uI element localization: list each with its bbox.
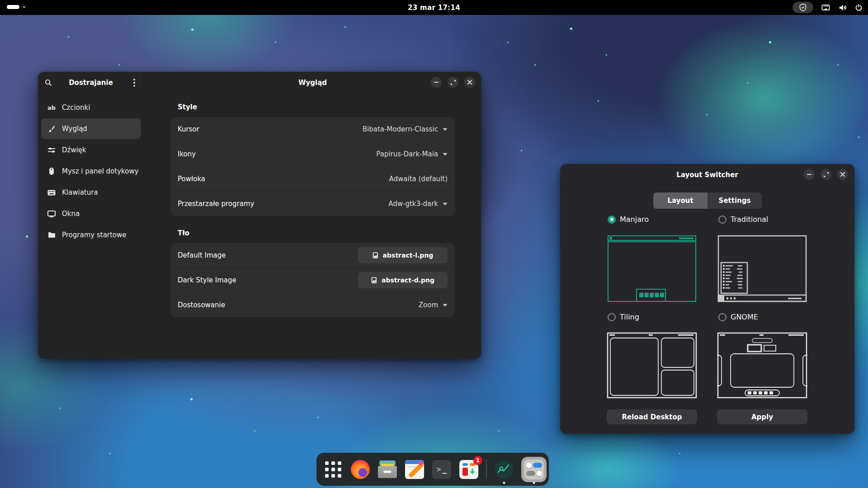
radio-button[interactable] xyxy=(718,216,726,224)
tweaks-app-title: Dostrajanie xyxy=(38,72,144,93)
firefox-icon xyxy=(351,460,370,479)
appearance-icon xyxy=(47,125,56,133)
dock-item-system-monitor[interactable] xyxy=(494,453,514,486)
adjustment-row[interactable]: Dostosowanie Zoom xyxy=(170,292,455,317)
adjustment-dropdown[interactable]: Zoom xyxy=(419,301,448,309)
shell-value: Adwaita (default) xyxy=(389,175,448,183)
minimize-icon xyxy=(807,174,811,175)
tweaks-sidebar: Dostrajanie ab Czcionki Wygląd Dźwięk xyxy=(38,72,144,359)
maximize-icon xyxy=(824,172,829,177)
file-manager-icon xyxy=(377,460,397,479)
radio-button-checked[interactable] xyxy=(608,216,616,224)
running-indicator-dot xyxy=(533,482,535,484)
sidebar-item-programy-startowe[interactable]: Programy startowe xyxy=(41,225,141,245)
chevron-down-icon xyxy=(443,153,448,156)
chevron-down-icon xyxy=(443,202,448,206)
sidebar-item-czcionki[interactable]: ab Czcionki xyxy=(41,97,141,118)
close-icon xyxy=(467,80,472,84)
layout-settings-tabs: Layout Settings xyxy=(653,192,762,209)
default-image-button[interactable]: abstract-l.png xyxy=(358,247,448,263)
maximize-icon xyxy=(451,80,456,85)
tweaks-sidebar-header: Dostrajanie xyxy=(38,72,144,94)
tab-settings[interactable]: Settings xyxy=(708,192,762,209)
active-app-highlight xyxy=(521,457,547,482)
icons-row[interactable]: Ikony Papirus-Dark-Maia xyxy=(170,141,455,166)
dock-separator xyxy=(486,460,487,479)
fonts-icon: ab xyxy=(47,104,56,111)
shield-check-indicator[interactable] xyxy=(793,2,813,13)
network-wired-icon[interactable] xyxy=(821,4,830,11)
tweaks-sidebar-list: ab Czcionki Wygląd Dźwięk Mysz i panel xyxy=(38,94,144,249)
dock-item-text-editor[interactable] xyxy=(405,453,425,486)
text-editor-icon xyxy=(405,460,424,479)
section-heading-tlo: Tło xyxy=(178,229,455,237)
sidebar-item-klawiatura[interactable]: Klawiatura xyxy=(41,182,141,203)
mouse-icon xyxy=(47,167,56,175)
image-file-icon xyxy=(371,277,377,284)
radio-gnome[interactable]: GNOME xyxy=(718,313,758,321)
legacy-apps-dropdown[interactable]: Adw-gtk3-dark xyxy=(388,200,448,208)
top-bar: 23 mar 17:14 xyxy=(0,0,868,15)
maximize-button[interactable] xyxy=(821,169,831,180)
layout-switcher-window: Layout Switcher Layout Settings Manjaro … xyxy=(560,164,854,434)
default-image-row[interactable]: Default Image abstract-l.png xyxy=(170,243,455,267)
dock-item-terminal[interactable]: >_ xyxy=(432,453,452,486)
running-indicator-dot xyxy=(503,482,505,484)
legacy-apps-row[interactable]: Przestarzałe programy Adw-gtk3-dark xyxy=(170,191,455,216)
icons-dropdown[interactable]: Papirus-Dark-Maia xyxy=(376,150,448,158)
sidebar-item-label: Czcionki xyxy=(62,103,90,112)
apply-button[interactable]: Apply xyxy=(717,409,807,424)
download-arrow-icon xyxy=(470,468,475,476)
kebab-menu-icon xyxy=(133,79,135,87)
radio-manjaro[interactable]: Manjaro xyxy=(608,215,649,224)
gnome-tweaks-icon xyxy=(524,460,544,479)
dock-item-app-grid[interactable] xyxy=(323,453,343,486)
dock: >_ 1 xyxy=(316,453,549,486)
app-grid-icon xyxy=(325,461,341,478)
dock-item-file-manager[interactable] xyxy=(377,453,397,486)
shell-row[interactable]: Powłoka Adwaita (default) xyxy=(170,166,455,191)
sidebar-item-dzwiek[interactable]: Dźwięk xyxy=(41,140,141,160)
window-controls xyxy=(804,169,848,180)
tweaks-main-panel: Wygląd Style Kursor Bibata-Modern-Classi… xyxy=(144,72,481,359)
manjaro-layout-preview[interactable] xyxy=(607,235,697,303)
sound-icon xyxy=(47,146,56,154)
radio-button[interactable] xyxy=(608,313,616,321)
sidebar-item-mysz[interactable]: Mysz i panel dotykowy xyxy=(41,161,141,182)
system-tray xyxy=(793,0,863,15)
dock-item-software-center[interactable]: 1 xyxy=(459,453,479,486)
dock-item-firefox[interactable] xyxy=(350,453,370,486)
dark-style-image-button[interactable]: abstract-d.png xyxy=(358,272,448,288)
sidebar-item-wyglad[interactable]: Wygląd xyxy=(41,118,141,139)
volume-icon[interactable] xyxy=(838,4,847,12)
close-button[interactable] xyxy=(464,77,475,88)
maximize-button[interactable] xyxy=(448,77,458,88)
radio-tiling[interactable]: Tiling xyxy=(608,313,639,321)
sidebar-item-okna[interactable]: Okna xyxy=(41,203,141,224)
clock[interactable]: 23 mar 17:14 xyxy=(0,0,868,15)
cursor-dropdown[interactable]: Bibata-Modern-Classic xyxy=(363,125,448,133)
sidebar-item-label: Mysz i panel dotykowy xyxy=(62,167,139,175)
style-card: Kursor Bibata-Modern-Classic Ikony Papir… xyxy=(170,117,455,216)
tweaks-main-header: Wygląd xyxy=(144,72,481,94)
tiling-layout-preview[interactable] xyxy=(607,332,697,399)
tweaks-window: Dostrajanie ab Czcionki Wygląd Dźwięk xyxy=(38,72,481,359)
appearance-content: Style Kursor Bibata-Modern-Classic Ikony… xyxy=(144,94,481,317)
traditional-layout-preview[interactable] xyxy=(717,235,807,303)
minimize-button[interactable] xyxy=(804,169,815,180)
gnome-layout-preview[interactable] xyxy=(717,332,807,399)
minimize-button[interactable] xyxy=(431,77,442,88)
tab-layout[interactable]: Layout xyxy=(653,192,708,209)
dock-item-gnome-tweaks[interactable] xyxy=(521,453,547,486)
close-button[interactable] xyxy=(837,169,848,180)
minimize-icon xyxy=(434,82,439,83)
chevron-down-icon xyxy=(443,128,448,131)
radio-button[interactable] xyxy=(718,313,726,321)
reload-desktop-button[interactable]: Reload Desktop xyxy=(607,409,697,424)
menu-button[interactable] xyxy=(128,77,140,89)
dark-style-image-row[interactable]: Dark Style Image abstract-d.png xyxy=(170,267,455,292)
power-icon[interactable] xyxy=(855,4,863,11)
sidebar-item-label: Klawiatura xyxy=(62,188,98,197)
radio-traditional[interactable]: Traditional xyxy=(718,215,768,224)
cursor-row[interactable]: Kursor Bibata-Modern-Classic xyxy=(170,117,455,141)
